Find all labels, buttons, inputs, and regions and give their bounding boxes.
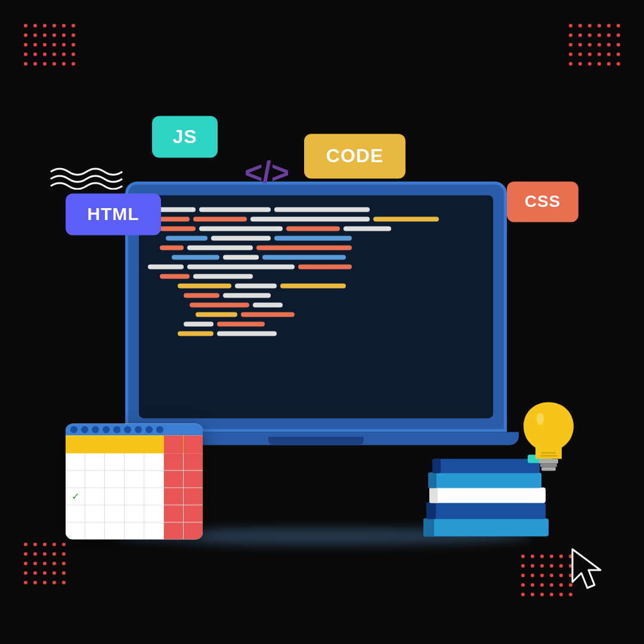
svg-rect-16 [539, 459, 558, 463]
code-bracket-icon: </> [244, 154, 289, 190]
svg-rect-17 [540, 463, 557, 467]
code-tag: CODE [304, 134, 405, 178]
cal-cell [125, 522, 144, 539]
dot-grid-top-right [569, 24, 620, 66]
cal-cell [66, 522, 85, 539]
calendar-spiral [66, 423, 203, 435]
css-tag: CSS [507, 181, 578, 222]
cal-cell-check: ✓ [66, 488, 85, 504]
cal-cell [184, 522, 203, 539]
svg-rect-4 [426, 502, 546, 519]
svg-rect-5 [426, 502, 436, 519]
laptop-body [125, 181, 507, 432]
cal-cell [125, 470, 144, 487]
cal-cell [184, 453, 203, 470]
dot-grid-bottom-left [24, 543, 66, 584]
dot-grid-top-left [24, 24, 75, 66]
dot-grid-bottom-right [521, 555, 572, 596]
cal-cell [66, 470, 85, 487]
svg-rect-18 [541, 467, 556, 470]
js-tag: JS [152, 116, 218, 157]
svg-marker-20 [572, 549, 600, 588]
calendar-header [66, 435, 203, 453]
svg-rect-3 [423, 518, 434, 536]
cal-cell [105, 522, 124, 539]
svg-rect-7 [429, 487, 438, 503]
cal-cell [144, 453, 163, 470]
html-tag: HTML [66, 193, 161, 235]
cal-cell [66, 505, 85, 522]
cal-cell [184, 505, 203, 522]
cal-cell [85, 488, 104, 504]
cal-cell [164, 470, 183, 487]
cal-cell [144, 488, 163, 504]
html-tag-label: HTML [87, 204, 139, 224]
cursor-arrow-icon [569, 546, 611, 596]
cal-cell [184, 470, 203, 487]
cal-cell [144, 505, 163, 522]
svg-rect-11 [432, 459, 441, 473]
laptop [125, 181, 507, 456]
main-scene: JS CODE HTML CSS </> [66, 116, 578, 545]
cal-cell [164, 522, 183, 539]
code-tag-label: CODE [326, 145, 383, 167]
cal-cell [125, 488, 144, 504]
code-display [139, 195, 493, 348]
cal-cell [105, 453, 124, 470]
cal-cell [85, 505, 104, 522]
calendar: ✓ [66, 423, 203, 539]
cal-cell [164, 505, 183, 522]
cal-cell [125, 453, 144, 470]
svg-rect-2 [423, 518, 549, 536]
cal-cell [85, 453, 104, 470]
cal-cell [144, 522, 163, 539]
svg-rect-6 [429, 487, 546, 503]
cal-cell [105, 470, 124, 487]
svg-point-19 [537, 413, 544, 425]
cal-cell [105, 505, 124, 522]
cal-cell [144, 470, 163, 487]
lightbulb-icon [519, 396, 578, 473]
cal-cell [164, 488, 183, 504]
css-tag-label: CSS [525, 192, 561, 211]
js-tag-label: JS [172, 126, 197, 148]
cal-cell [85, 470, 104, 487]
cal-cell [164, 453, 183, 470]
cal-cell [66, 453, 85, 470]
cal-cell [184, 488, 203, 504]
cal-cell [105, 488, 124, 504]
cal-cell [85, 522, 104, 539]
laptop-screen [139, 195, 493, 418]
cal-cell [125, 505, 144, 522]
calendar-grid: ✓ [66, 453, 203, 539]
svg-rect-9 [428, 472, 436, 488]
